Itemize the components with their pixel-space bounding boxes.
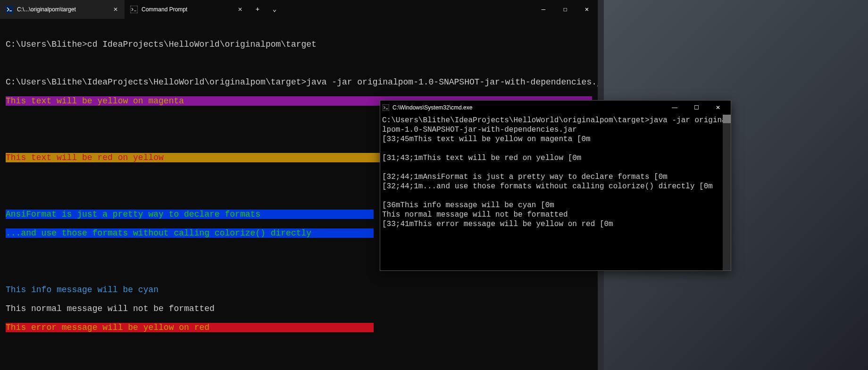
cmd-icon [382, 104, 390, 111]
maximize-button[interactable]: ☐ [685, 101, 707, 115]
tab-dropdown-button[interactable]: ⌄ [266, 0, 283, 19]
tab-powershell[interactable]: C:\...\originalpom\target ✕ [0, 0, 125, 19]
cmd-title-text: C:\Windows\System32\cmd.exe [392, 104, 664, 111]
output-ansiformat-2: ...and use those formats without calling… [6, 228, 374, 238]
scrollbar[interactable] [723, 115, 731, 270]
output-info: This info message will be cyan [6, 285, 592, 294]
titlebar-drag-area[interactable] [283, 0, 533, 19]
prompt-text: C:\Users\Blithe\IdeaProjects\HelloWorld\… [6, 77, 598, 87]
tab-title: Command Prompt [142, 5, 187, 14]
blank-line [6, 342, 592, 351]
svg-rect-2 [383, 104, 389, 111]
output-error: This error message will be yellow on red [6, 323, 374, 332]
cmd-titlebar[interactable]: C:\Windows\System32\cmd.exe — ☐ ✕ [380, 101, 731, 115]
powershell-icon [6, 6, 13, 13]
prompt-line: C:\Users\Blithe\IdeaProjects\HelloWorld\… [6, 77, 592, 87]
output-ansiformat-1: AnsiFormat is just a pretty way to decla… [6, 210, 374, 219]
tab-command-prompt[interactable]: Command Prompt ✕ [125, 0, 249, 19]
cmd-body[interactable]: C:\Users\Blithe\IdeaProjects\HelloWorld\… [380, 115, 731, 230]
minimize-button[interactable]: — [664, 101, 685, 115]
cmd-window: C:\Windows\System32\cmd.exe — ☐ ✕ C:\Use… [380, 100, 731, 271]
close-icon[interactable]: ✕ [237, 4, 243, 15]
cmd-icon [130, 6, 138, 13]
tab-title: C:\...\originalpom\target [17, 5, 76, 14]
close-icon[interactable]: ✕ [112, 4, 119, 15]
output-normal: This normal message will not be formatte… [6, 304, 592, 313]
close-button[interactable]: ✕ [707, 101, 729, 115]
minimize-button[interactable]: — [533, 0, 554, 19]
maximize-button[interactable]: ☐ [554, 0, 576, 19]
close-button[interactable]: ✕ [576, 0, 598, 19]
blank-line [6, 361, 592, 370]
blank-line [6, 59, 592, 68]
scrollbar-thumb[interactable] [723, 115, 731, 123]
wt-titlebar[interactable]: C:\...\originalpom\target ✕ Command Prom… [0, 0, 598, 19]
new-tab-button[interactable]: + [249, 0, 266, 19]
prompt-text: C:\Users\Blithe>cd IdeaProjects\HelloWor… [6, 40, 317, 49]
svg-rect-1 [130, 6, 138, 13]
prompt-line: C:\Users\Blithe>cd IdeaProjects\HelloWor… [6, 30, 592, 49]
